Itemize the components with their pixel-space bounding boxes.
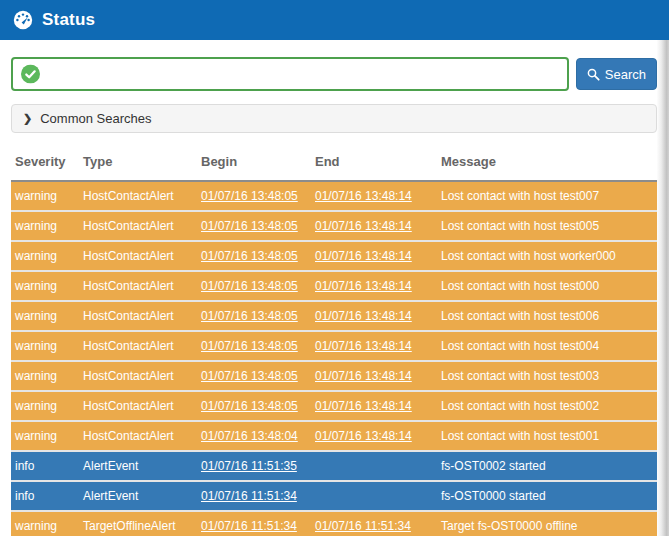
table-row: warning HostContactAlert 01/07/16 13:48:… — [11, 181, 657, 211]
cell-type: TargetOfflineAlert — [79, 511, 197, 536]
gauge-icon — [13, 10, 33, 30]
cell-message: Lost contact with host test007 — [437, 181, 657, 211]
column-header-message: Message — [437, 148, 657, 181]
page-title: Status — [42, 10, 95, 30]
cell-type: AlertEvent — [79, 481, 197, 511]
cell-message: Lost contact with host test005 — [437, 211, 657, 241]
search-icon — [587, 68, 600, 81]
table-header-row: Severity Type Begin End Message — [11, 148, 657, 181]
cell-message: Lost contact with host worker000 — [437, 241, 657, 271]
cell-severity: warning — [11, 511, 79, 536]
cell-end: 01/07/16 13:48:14 — [311, 241, 437, 271]
cell-severity: info — [11, 451, 79, 481]
cell-end — [311, 481, 437, 511]
check-circle-icon — [21, 65, 40, 84]
cell-message: Lost contact with host test001 — [437, 421, 657, 451]
cell-begin: 01/07/16 13:48:05 — [197, 301, 311, 331]
begin-link[interactable]: 01/07/16 13:48:05 — [201, 309, 298, 323]
end-link[interactable]: 01/07/16 13:48:14 — [315, 309, 412, 323]
begin-link[interactable]: 01/07/16 11:51:34 — [201, 519, 297, 533]
begin-link[interactable]: 01/07/16 11:51:34 — [201, 489, 297, 503]
begin-link[interactable]: 01/07/16 13:48:05 — [201, 399, 298, 413]
cell-begin: 01/07/16 13:48:05 — [197, 331, 311, 361]
cell-severity: warning — [11, 271, 79, 301]
cell-message: Lost contact with host test002 — [437, 391, 657, 421]
cell-begin: 01/07/16 13:48:05 — [197, 241, 311, 271]
begin-link[interactable]: 01/07/16 13:48:04 — [201, 429, 298, 443]
column-header-severity: Severity — [11, 148, 79, 181]
begin-link[interactable]: 01/07/16 13:48:05 — [201, 219, 298, 233]
cell-type: HostContactAlert — [79, 241, 197, 271]
cell-begin: 01/07/16 11:51:34 — [197, 511, 311, 536]
cell-severity: warning — [11, 361, 79, 391]
search-button-label: Search — [605, 67, 646, 82]
cell-type: HostContactAlert — [79, 181, 197, 211]
cell-end: 01/07/16 13:48:14 — [311, 271, 437, 301]
table-row: warning HostContactAlert 01/07/16 13:48:… — [11, 331, 657, 361]
cell-end: 01/07/16 13:48:14 — [311, 331, 437, 361]
cell-end: 01/07/16 13:48:14 — [311, 181, 437, 211]
cell-begin: 01/07/16 11:51:34 — [197, 481, 311, 511]
column-header-type: Type — [79, 148, 197, 181]
end-link[interactable]: 01/07/16 13:48:14 — [315, 189, 412, 203]
begin-link[interactable]: 01/07/16 11:51:35 — [201, 459, 297, 473]
cell-message: Lost contact with host test000 — [437, 271, 657, 301]
search-input-wrap — [11, 57, 569, 91]
alerts-table-body: warning HostContactAlert 01/07/16 13:48:… — [11, 181, 657, 536]
end-link[interactable]: 01/07/16 13:48:14 — [315, 339, 412, 353]
begin-link[interactable]: 01/07/16 13:48:05 — [201, 369, 298, 383]
common-searches-toggle[interactable]: ❯ Common Searches — [11, 104, 657, 133]
end-link[interactable]: 01/07/16 13:48:14 — [315, 429, 412, 443]
end-link[interactable]: 01/07/16 13:48:14 — [315, 399, 412, 413]
table-row: warning HostContactAlert 01/07/16 13:48:… — [11, 211, 657, 241]
cell-begin: 01/07/16 13:48:04 — [197, 421, 311, 451]
search-bar: Search — [11, 57, 657, 91]
end-link[interactable]: 01/07/16 13:48:14 — [315, 249, 412, 263]
end-link[interactable]: 01/07/16 13:48:14 — [315, 279, 412, 293]
cell-type: AlertEvent — [79, 451, 197, 481]
cell-begin: 01/07/16 13:48:05 — [197, 361, 311, 391]
table-row: warning TargetOfflineAlert 01/07/16 11:5… — [11, 511, 657, 536]
table-row: warning HostContactAlert 01/07/16 13:48:… — [11, 421, 657, 451]
begin-link[interactable]: 01/07/16 13:48:05 — [201, 249, 298, 263]
cell-message: Lost contact with host test006 — [437, 301, 657, 331]
begin-link[interactable]: 01/07/16 13:48:05 — [201, 279, 298, 293]
cell-message: fs-OST0000 started — [437, 481, 657, 511]
search-input[interactable] — [11, 57, 569, 91]
table-row: warning HostContactAlert 01/07/16 13:48:… — [11, 361, 657, 391]
table-row: warning HostContactAlert 01/07/16 13:48:… — [11, 391, 657, 421]
cell-message: fs-OST0002 started — [437, 451, 657, 481]
cell-message: Lost contact with host test004 — [437, 331, 657, 361]
cell-begin: 01/07/16 13:48:05 — [197, 211, 311, 241]
table-row: warning HostContactAlert 01/07/16 13:48:… — [11, 241, 657, 271]
cell-type: HostContactAlert — [79, 211, 197, 241]
cell-begin: 01/07/16 11:51:35 — [197, 451, 311, 481]
begin-link[interactable]: 01/07/16 13:48:05 — [201, 339, 298, 353]
column-header-end: End — [311, 148, 437, 181]
cell-end: 01/07/16 13:48:14 — [311, 361, 437, 391]
cell-begin: 01/07/16 13:48:05 — [197, 271, 311, 301]
cell-severity: warning — [11, 421, 79, 451]
search-button[interactable]: Search — [576, 58, 657, 90]
cell-severity: warning — [11, 211, 79, 241]
end-link[interactable]: 01/07/16 13:48:14 — [315, 369, 412, 383]
table-row: warning HostContactAlert 01/07/16 13:48:… — [11, 301, 657, 331]
cell-message: Target fs-OST0000 offline — [437, 511, 657, 536]
cell-severity: info — [11, 481, 79, 511]
cell-type: HostContactAlert — [79, 271, 197, 301]
cell-type: HostContactAlert — [79, 361, 197, 391]
header-bar: Status — [0, 0, 669, 40]
end-link[interactable]: 01/07/16 11:51:34 — [315, 519, 411, 533]
table-row: info AlertEvent 01/07/16 11:51:35 fs-OST… — [11, 451, 657, 481]
table-row: info AlertEvent 01/07/16 11:51:34 fs-OST… — [11, 481, 657, 511]
cell-type: HostContactAlert — [79, 301, 197, 331]
end-link[interactable]: 01/07/16 13:48:14 — [315, 219, 412, 233]
chevron-right-icon: ❯ — [23, 113, 32, 124]
begin-link[interactable]: 01/07/16 13:48:05 — [201, 189, 298, 203]
table-row: warning HostContactAlert 01/07/16 13:48:… — [11, 271, 657, 301]
cell-type: HostContactAlert — [79, 331, 197, 361]
cell-end: 01/07/16 11:51:34 — [311, 511, 437, 536]
main-content: Search ❯ Common Searches Severity Type B… — [11, 57, 657, 536]
common-searches-label: Common Searches — [40, 111, 151, 126]
cell-message: Lost contact with host test003 — [437, 361, 657, 391]
